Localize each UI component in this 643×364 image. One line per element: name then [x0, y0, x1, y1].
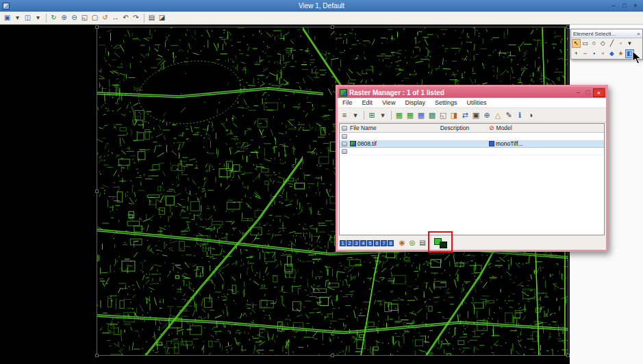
- raster-file-icon: [350, 141, 356, 146]
- view-8-toggle[interactable]: 8: [388, 240, 394, 246]
- transform-raster-icon[interactable]: ⇄: [459, 109, 470, 120]
- raster-manager-titlebar[interactable]: Raster Manager : 1 of 1 listed – □ ×: [338, 87, 606, 98]
- select-oval-icon[interactable]: ○: [590, 39, 598, 48]
- raster-list-header: File Name Description ⊘ Model: [340, 124, 604, 133]
- models-icon[interactable]: ▣: [2, 13, 12, 23]
- selection-handle[interactable]: [95, 25, 99, 29]
- menu-utilities[interactable]: Utilities: [462, 99, 491, 106]
- raster-levels-icon[interactable]: ▦: [416, 109, 427, 120]
- view-5-toggle[interactable]: 5: [367, 240, 373, 246]
- select-line-icon[interactable]: ╱: [607, 39, 616, 48]
- replace-selection-icon[interactable]: ▪: [590, 49, 598, 58]
- menu-settings[interactable]: Settings: [430, 99, 462, 106]
- raster-display-icon[interactable]: ▦: [394, 109, 405, 120]
- zoom-in-icon[interactable]: ⊕: [59, 13, 69, 23]
- fit-view-icon[interactable]: ▢: [90, 13, 100, 23]
- view-6-toggle[interactable]: 6: [374, 240, 380, 246]
- raster-stack-icon[interactable]: ▩: [427, 109, 438, 120]
- selection-settings-icon[interactable]: ★: [616, 49, 625, 58]
- models-dropdown-icon[interactable]: ▾: [12, 13, 23, 23]
- rotate-view-icon[interactable]: ↺: [100, 13, 110, 23]
- row-icon: [342, 149, 347, 154]
- menu-file[interactable]: File: [338, 99, 357, 106]
- menu-view[interactable]: View: [377, 99, 400, 106]
- selection-handle[interactable]: [95, 354, 99, 357]
- attach-dropdown-icon[interactable]: ▾: [377, 109, 388, 120]
- view-previous-icon[interactable]: ↶: [121, 13, 131, 23]
- select-point-icon[interactable]: ◦: [616, 39, 625, 48]
- close-button[interactable]: ×: [631, 1, 640, 10]
- column-model-label: Model: [496, 125, 512, 131]
- statusbar-icons: ◉◎▤: [397, 238, 427, 248]
- view-groups-icon[interactable]: ◫: [23, 13, 33, 23]
- raster-manager-menubar: File Edit View Display Settings Utilitie…: [338, 98, 606, 108]
- raster-snap-icon[interactable]: ◉: [397, 238, 407, 248]
- window-controls: – □ ×: [609, 1, 640, 10]
- view-next-icon[interactable]: ↷: [131, 13, 141, 23]
- raster-list-icon[interactable]: ▤: [418, 238, 427, 248]
- attach-raster-icon[interactable]: ⊞: [366, 109, 377, 120]
- close-button[interactable]: ×: [593, 88, 605, 97]
- maximize-button[interactable]: □: [583, 88, 592, 96]
- column-model[interactable]: ⊘ Model: [489, 125, 604, 131]
- method-dropdown-icon[interactable]: ▾: [625, 39, 634, 48]
- edit-raster-icon[interactable]: ✎: [503, 109, 514, 120]
- view-groups-dropdown-icon[interactable]: ▾: [33, 13, 43, 23]
- raster-lock-icon[interactable]: ◎: [407, 238, 417, 248]
- view-1-toggle[interactable]: 1: [340, 240, 346, 246]
- modify-raster-icon[interactable]: ◨: [449, 109, 459, 120]
- raster-visibility-toggle[interactable]: [433, 238, 449, 248]
- list-style-dropdown-icon[interactable]: ▾: [350, 109, 361, 120]
- window-title: View 1, Default: [0, 0, 643, 12]
- pan-view-icon[interactable]: ↔: [110, 13, 121, 23]
- info-icon[interactable]: ℹ: [514, 109, 525, 120]
- select-element-icon[interactable]: ↖: [572, 39, 581, 48]
- selection-handle[interactable]: [331, 354, 334, 357]
- raster-list-empty-row[interactable]: [340, 148, 604, 155]
- raster-georeference-icon[interactable]: ▦: [405, 109, 416, 120]
- raster-list-empty-area[interactable]: [340, 155, 604, 235]
- selection-handle[interactable]: [95, 190, 99, 193]
- view-2-toggle[interactable]: 2: [346, 240, 353, 246]
- selection-handle[interactable]: [566, 354, 570, 357]
- list-style-icon[interactable]: ≡: [339, 109, 350, 120]
- select-all-icon[interactable]: ◆: [607, 49, 616, 58]
- menu-edit[interactable]: Edit: [357, 99, 378, 106]
- update-view-icon[interactable]: ↻: [49, 13, 59, 23]
- warning-icon[interactable]: △: [492, 109, 503, 120]
- selection-handle[interactable]: [566, 25, 570, 29]
- view-7-toggle[interactable]: 7: [381, 240, 387, 246]
- row-icon: [342, 134, 347, 139]
- select-polygon-icon[interactable]: ◇: [598, 39, 607, 48]
- clip-raster-icon[interactable]: ◱: [438, 109, 449, 120]
- copy-view-icon[interactable]: ▤: [147, 13, 157, 23]
- clip-volume-icon[interactable]: ◪: [157, 13, 167, 23]
- subtract-selection-icon[interactable]: −: [581, 49, 590, 58]
- raster-list-empty-row[interactable]: [340, 133, 604, 140]
- view-3-toggle[interactable]: 3: [353, 240, 360, 246]
- menu-display[interactable]: Display: [400, 99, 430, 106]
- select-rectangle-icon[interactable]: ▭: [581, 39, 590, 48]
- fit-raster-icon[interactable]: ▣: [470, 109, 481, 120]
- element-selection-titlebar[interactable]: Element Selecti... ×: [571, 29, 642, 38]
- window-titlebar[interactable]: View 1, Default – □ ×: [0, 0, 643, 12]
- clear-selection-icon[interactable]: ▫: [598, 49, 607, 58]
- add-selection-icon[interactable]: +: [572, 49, 581, 58]
- zoom-raster-icon[interactable]: ⊕: [481, 109, 492, 120]
- view-4-toggle[interactable]: 4: [360, 240, 366, 246]
- raster-manager-title: Raster Manager : 1 of 1 listed: [349, 89, 444, 96]
- window-area-icon[interactable]: ◱: [79, 13, 90, 23]
- selection-mode-icon[interactable]: ◧: [625, 49, 634, 58]
- zoom-out-icon[interactable]: ⊖: [69, 13, 79, 23]
- column-description[interactable]: Description: [420, 125, 489, 131]
- minimize-button[interactable]: –: [609, 1, 618, 10]
- raster-row-0808[interactable]: 0808.tif monoTiff...: [340, 140, 604, 148]
- close-icon[interactable]: ×: [637, 31, 640, 37]
- raster-file-name: 0808.tif: [357, 140, 377, 147]
- contrast-icon[interactable]: ◑: [525, 109, 536, 120]
- minimize-button[interactable]: –: [574, 88, 583, 96]
- column-file-name[interactable]: File Name: [349, 125, 420, 131]
- maximize-button[interactable]: □: [620, 1, 629, 10]
- selection-handle[interactable]: [331, 25, 334, 29]
- hierarchy-icon[interactable]: [342, 126, 347, 131]
